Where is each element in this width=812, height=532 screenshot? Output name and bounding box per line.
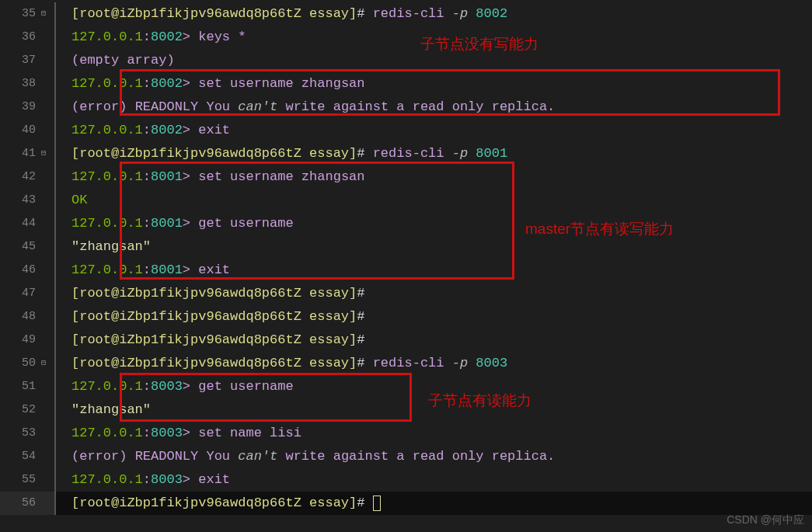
token-hash: # xyxy=(357,352,372,375)
token-gt: > xyxy=(183,422,198,445)
token-bracket: [ xyxy=(71,282,79,305)
token-hash: # xyxy=(357,329,364,352)
token-port: 8002 xyxy=(468,2,507,26)
token-text: set name lisi xyxy=(198,422,301,445)
token-prompt-port: 8002 xyxy=(151,26,183,49)
line-gutter: 35⊟36⊟37⊟38⊟39⊟40⊟41⊟42⊟43⊟44⊟45⊟46⊟47⊟4… xyxy=(0,0,54,532)
token-hash: # xyxy=(357,305,364,329)
code-line[interactable]: 127.0.0.1:8002> set username zhangsan xyxy=(54,72,812,96)
token-cmd: redis-cli xyxy=(373,142,452,165)
code-line[interactable]: "zhangsan" xyxy=(54,235,812,259)
token-bracket: [ xyxy=(71,492,79,515)
line-number: 47⊟ xyxy=(0,282,54,305)
token-text: READONLY You xyxy=(135,445,239,468)
line-number: 35⊟ xyxy=(0,2,54,26)
token-gt: > xyxy=(183,259,198,282)
token-bracket: ] xyxy=(349,142,357,165)
cursor-icon xyxy=(373,495,381,511)
fold-icon[interactable]: ⊟ xyxy=(39,9,48,19)
code-line[interactable]: 127.0.0.1:8001> set username zhangsan xyxy=(54,165,812,189)
token-error: error xyxy=(79,445,119,468)
code-line[interactable]: 127.0.0.1:8002> exit xyxy=(54,119,812,142)
code-line[interactable]: 127.0.0.1:8002> keys * xyxy=(54,26,812,49)
token-colon: : xyxy=(143,375,151,398)
code-line[interactable]: (empty array) xyxy=(54,49,812,72)
token-ip: 127.0.0.1 xyxy=(71,259,143,282)
line-number: 39⊟ xyxy=(0,96,54,119)
token-colon: : xyxy=(143,422,151,445)
line-number: 45⊟ xyxy=(0,235,54,259)
code-line[interactable]: [root@iZbp1fikjpv96awdq8p66tZ essay]# xyxy=(54,492,812,515)
token-gt: > xyxy=(183,165,198,189)
code-line[interactable]: [root@iZbp1fikjpv96awdq8p66tZ essay]# re… xyxy=(54,352,812,375)
token-gt: > xyxy=(183,212,198,235)
token-paren: ( xyxy=(71,49,79,72)
token-ip: 127.0.0.1 xyxy=(71,72,143,96)
token-bracket: [ xyxy=(71,352,79,375)
line-number: 48⊟ xyxy=(0,305,54,329)
line-number: 56⊟ xyxy=(0,492,54,515)
token-flag: -p xyxy=(452,142,468,165)
line-number: 36⊟ xyxy=(0,26,54,49)
token-cant: can't xyxy=(238,96,277,119)
token-cant: can't xyxy=(238,445,277,468)
token-root: root@iZbp1fikjpv96awdq8p66tZ essay xyxy=(79,2,349,26)
code-line[interactable]: (error) READONLY You can't write against… xyxy=(54,96,812,119)
code-line[interactable]: [root@iZbp1fikjpv96awdq8p66tZ essay]# xyxy=(54,282,812,305)
token-colon: : xyxy=(143,165,151,189)
code-line[interactable]: 127.0.0.1:8003> exit xyxy=(54,468,812,492)
line-number: 55⊟ xyxy=(0,468,54,492)
token-prompt-port: 8002 xyxy=(151,119,183,142)
code-line[interactable]: 127.0.0.1:8001> exit xyxy=(54,259,812,282)
token-root: root@iZbp1fikjpv96awdq8p66tZ essay xyxy=(79,329,349,352)
line-number: 40⊟ xyxy=(0,119,54,142)
token-paren: ( xyxy=(71,96,79,119)
code-area[interactable]: 子节点没有写能力master节点有读写能力子节点有读能力 [root@iZbp1… xyxy=(54,0,812,532)
fold-icon[interactable]: ⊟ xyxy=(39,359,48,368)
token-gt: > xyxy=(183,375,198,398)
token-text: get username xyxy=(198,212,293,235)
token-prompt-port: 8001 xyxy=(151,259,183,282)
token-text: empty array xyxy=(79,49,166,72)
token-text: set username zhangsan xyxy=(198,165,364,189)
token-bracket: ] xyxy=(349,2,357,26)
token-bracket: ] xyxy=(349,305,357,329)
line-number: 53⊟ xyxy=(0,422,54,445)
code-line[interactable]: "zhangsan" xyxy=(54,398,812,422)
token-str: "zhangsan" xyxy=(71,398,151,422)
token-ok: OK xyxy=(71,189,87,212)
token-text: write against a read only replica. xyxy=(277,96,555,119)
token-prompt-port: 8003 xyxy=(151,468,183,492)
code-line[interactable]: [root@iZbp1fikjpv96awdq8p66tZ essay]# xyxy=(54,329,812,352)
token-error: error xyxy=(79,96,119,119)
code-line[interactable]: 127.0.0.1:8001> get username xyxy=(54,212,812,235)
line-number: 52⊟ xyxy=(0,398,54,422)
token-bracket: ] xyxy=(349,282,357,305)
token-text: get username xyxy=(198,375,293,398)
token-bracket: ] xyxy=(349,492,357,515)
token-bracket: [ xyxy=(71,2,79,26)
token-flag: -p xyxy=(452,352,468,375)
token-cmd: redis-cli xyxy=(373,352,452,375)
line-number: 43⊟ xyxy=(0,189,54,212)
code-line[interactable]: 127.0.0.1:8003> set name lisi xyxy=(54,422,812,445)
token-colon: : xyxy=(143,72,151,96)
token-root: root@iZbp1fikjpv96awdq8p66tZ essay xyxy=(79,492,349,515)
code-line[interactable]: OK xyxy=(54,189,812,212)
code-line[interactable]: [root@iZbp1fikjpv96awdq8p66tZ essay]# xyxy=(54,305,812,329)
line-number: 38⊟ xyxy=(0,72,54,96)
token-gt: > xyxy=(183,119,198,142)
token-root: root@iZbp1fikjpv96awdq8p66tZ essay xyxy=(79,305,349,329)
fold-icon[interactable]: ⊟ xyxy=(39,149,48,158)
line-number: 51⊟ xyxy=(0,375,54,398)
token-hash: # xyxy=(357,2,372,26)
code-line[interactable]: [root@iZbp1fikjpv96awdq8p66tZ essay]# re… xyxy=(54,2,812,26)
token-prompt-port: 8001 xyxy=(151,212,183,235)
token-ip: 127.0.0.1 xyxy=(71,212,143,235)
line-number: 50⊟ xyxy=(0,352,54,375)
token-prompt-port: 8001 xyxy=(151,165,183,189)
code-line[interactable]: (error) READONLY You can't write against… xyxy=(54,445,812,468)
token-paren: ) xyxy=(119,96,134,119)
code-line[interactable]: [root@iZbp1fikjpv96awdq8p66tZ essay]# re… xyxy=(54,142,812,165)
code-line[interactable]: 127.0.0.1:8003> get username xyxy=(54,375,812,398)
